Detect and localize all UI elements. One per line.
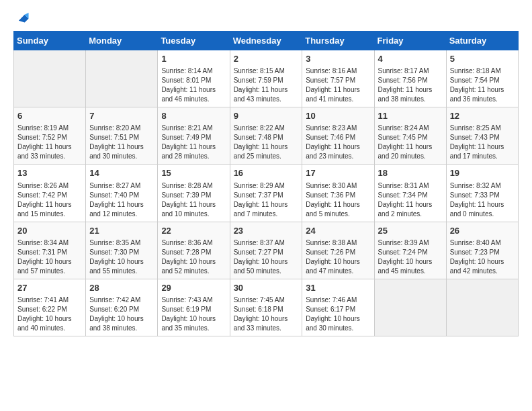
day-info: Sunrise: 8:40 AM Sunset: 7:23 PM Dayligh… bbox=[450, 238, 515, 276]
calendar-cell: 15Sunrise: 8:28 AM Sunset: 7:39 PM Dayli… bbox=[158, 165, 230, 222]
day-number: 13 bbox=[17, 167, 82, 179]
day-info: Sunrise: 8:23 AM Sunset: 7:46 PM Dayligh… bbox=[306, 124, 370, 161]
day-number: 26 bbox=[450, 225, 515, 237]
calendar-week-1: 1Sunrise: 8:14 AM Sunset: 8:01 PM Daylig… bbox=[14, 50, 519, 107]
day-info: Sunrise: 7:41 AM Sunset: 6:22 PM Dayligh… bbox=[17, 295, 82, 333]
day-number: 24 bbox=[306, 225, 370, 237]
day-info: Sunrise: 8:28 AM Sunset: 7:39 PM Dayligh… bbox=[161, 181, 226, 219]
day-info: Sunrise: 8:29 AM Sunset: 7:37 PM Dayligh… bbox=[234, 181, 299, 219]
day-number: 23 bbox=[234, 225, 299, 237]
day-info: Sunrise: 8:18 AM Sunset: 7:54 PM Dayligh… bbox=[450, 66, 515, 104]
calendar-cell: 20Sunrise: 8:34 AM Sunset: 7:31 PM Dayli… bbox=[14, 222, 86, 279]
calendar-cell: 5Sunrise: 8:18 AM Sunset: 7:54 PM Daylig… bbox=[446, 50, 518, 107]
day-header-friday: Friday bbox=[374, 32, 446, 50]
day-info: Sunrise: 8:14 AM Sunset: 8:01 PM Dayligh… bbox=[161, 66, 226, 104]
day-info: Sunrise: 8:25 AM Sunset: 7:43 PM Dayligh… bbox=[450, 124, 515, 161]
day-header-wednesday: Wednesday bbox=[230, 32, 302, 50]
calendar-cell: 2Sunrise: 8:15 AM Sunset: 7:59 PM Daylig… bbox=[230, 50, 302, 107]
day-info: Sunrise: 8:32 AM Sunset: 7:33 PM Dayligh… bbox=[450, 181, 515, 219]
logo bbox=[13, 11, 30, 26]
calendar-cell: 24Sunrise: 8:38 AM Sunset: 7:26 PM Dayli… bbox=[302, 222, 374, 279]
day-number: 7 bbox=[89, 110, 154, 122]
day-info: Sunrise: 7:43 AM Sunset: 6:19 PM Dayligh… bbox=[161, 295, 226, 333]
day-info: Sunrise: 8:17 AM Sunset: 7:56 PM Dayligh… bbox=[378, 66, 443, 104]
day-info: Sunrise: 8:34 AM Sunset: 7:31 PM Dayligh… bbox=[17, 238, 82, 276]
day-number: 25 bbox=[378, 225, 443, 237]
calendar-cell: 9Sunrise: 8:22 AM Sunset: 7:48 PM Daylig… bbox=[230, 107, 302, 165]
day-info: Sunrise: 8:27 AM Sunset: 7:40 PM Dayligh… bbox=[89, 181, 154, 219]
day-number: 17 bbox=[306, 167, 370, 179]
day-number: 21 bbox=[89, 225, 154, 237]
calendar-cell: 21Sunrise: 8:35 AM Sunset: 7:30 PM Dayli… bbox=[86, 222, 158, 279]
day-number: 5 bbox=[450, 53, 515, 65]
day-info: Sunrise: 7:42 AM Sunset: 6:20 PM Dayligh… bbox=[89, 295, 154, 333]
day-info: Sunrise: 8:38 AM Sunset: 7:26 PM Dayligh… bbox=[306, 238, 370, 276]
day-number: 16 bbox=[234, 167, 299, 179]
calendar-cell: 29Sunrise: 7:43 AM Sunset: 6:19 PM Dayli… bbox=[158, 279, 230, 336]
day-number: 12 bbox=[450, 110, 515, 122]
day-header-tuesday: Tuesday bbox=[158, 32, 230, 50]
day-number: 9 bbox=[234, 110, 299, 122]
calendar-week-4: 20Sunrise: 8:34 AM Sunset: 7:31 PM Dayli… bbox=[14, 222, 519, 279]
day-info: Sunrise: 8:36 AM Sunset: 7:28 PM Dayligh… bbox=[161, 238, 226, 276]
day-number: 8 bbox=[161, 110, 226, 122]
day-number: 2 bbox=[234, 53, 299, 65]
calendar-cell: 18Sunrise: 8:31 AM Sunset: 7:34 PM Dayli… bbox=[374, 165, 446, 222]
calendar-cell: 11Sunrise: 8:24 AM Sunset: 7:45 PM Dayli… bbox=[374, 107, 446, 165]
day-info: Sunrise: 8:24 AM Sunset: 7:45 PM Dayligh… bbox=[378, 124, 443, 161]
day-number: 30 bbox=[234, 282, 299, 294]
calendar-cell: 25Sunrise: 8:39 AM Sunset: 7:24 PM Dayli… bbox=[374, 222, 446, 279]
day-info: Sunrise: 8:15 AM Sunset: 7:59 PM Dayligh… bbox=[234, 66, 299, 104]
calendar-week-2: 6Sunrise: 8:19 AM Sunset: 7:52 PM Daylig… bbox=[14, 107, 519, 165]
calendar-week-3: 13Sunrise: 8:26 AM Sunset: 7:42 PM Dayli… bbox=[14, 165, 519, 222]
calendar-cell: 3Sunrise: 8:16 AM Sunset: 7:57 PM Daylig… bbox=[302, 50, 374, 107]
day-info: Sunrise: 8:21 AM Sunset: 7:49 PM Dayligh… bbox=[161, 124, 226, 161]
calendar-cell: 10Sunrise: 8:23 AM Sunset: 7:46 PM Dayli… bbox=[302, 107, 374, 165]
calendar-cell: 19Sunrise: 8:32 AM Sunset: 7:33 PM Dayli… bbox=[446, 165, 518, 222]
calendar-cell: 7Sunrise: 8:20 AM Sunset: 7:51 PM Daylig… bbox=[86, 107, 158, 165]
day-number: 6 bbox=[17, 110, 82, 122]
calendar-cell: 12Sunrise: 8:25 AM Sunset: 7:43 PM Dayli… bbox=[446, 107, 518, 165]
day-header-sunday: Sunday bbox=[14, 32, 86, 50]
day-info: Sunrise: 7:46 AM Sunset: 6:17 PM Dayligh… bbox=[306, 295, 370, 333]
calendar-cell: 16Sunrise: 8:29 AM Sunset: 7:37 PM Dayli… bbox=[230, 165, 302, 222]
day-number: 22 bbox=[161, 225, 226, 237]
day-info: Sunrise: 8:39 AM Sunset: 7:24 PM Dayligh… bbox=[378, 238, 443, 276]
day-info: Sunrise: 8:26 AM Sunset: 7:42 PM Dayligh… bbox=[17, 181, 82, 219]
calendar-cell bbox=[86, 50, 158, 107]
day-header-thursday: Thursday bbox=[302, 32, 374, 50]
day-info: Sunrise: 8:37 AM Sunset: 7:27 PM Dayligh… bbox=[234, 238, 299, 276]
calendar-cell: 17Sunrise: 8:30 AM Sunset: 7:36 PM Dayli… bbox=[302, 165, 374, 222]
page: SundayMondayTuesdayWednesdayThursdayFrid… bbox=[0, 0, 532, 345]
day-info: Sunrise: 7:45 AM Sunset: 6:18 PM Dayligh… bbox=[234, 295, 299, 333]
calendar-week-5: 27Sunrise: 7:41 AM Sunset: 6:22 PM Dayli… bbox=[14, 279, 519, 336]
calendar-cell: 31Sunrise: 7:46 AM Sunset: 6:17 PM Dayli… bbox=[302, 279, 374, 336]
day-number: 27 bbox=[17, 282, 82, 294]
header bbox=[13, 11, 519, 26]
day-number: 1 bbox=[161, 53, 226, 65]
calendar-body: 1Sunrise: 8:14 AM Sunset: 8:01 PM Daylig… bbox=[14, 50, 519, 336]
day-info: Sunrise: 8:30 AM Sunset: 7:36 PM Dayligh… bbox=[306, 181, 370, 219]
calendar-cell bbox=[446, 279, 518, 336]
day-number: 14 bbox=[89, 167, 154, 179]
day-info: Sunrise: 8:35 AM Sunset: 7:30 PM Dayligh… bbox=[89, 238, 154, 276]
day-header-monday: Monday bbox=[86, 32, 158, 50]
day-number: 10 bbox=[306, 110, 370, 122]
calendar-cell: 22Sunrise: 8:36 AM Sunset: 7:28 PM Dayli… bbox=[158, 222, 230, 279]
day-number: 11 bbox=[378, 110, 443, 122]
day-number: 31 bbox=[306, 282, 370, 294]
calendar: SundayMondayTuesdayWednesdayThursdayFrid… bbox=[13, 31, 519, 336]
calendar-header: SundayMondayTuesdayWednesdayThursdayFrid… bbox=[14, 32, 519, 50]
day-info: Sunrise: 8:16 AM Sunset: 7:57 PM Dayligh… bbox=[306, 66, 370, 104]
day-info: Sunrise: 8:20 AM Sunset: 7:51 PM Dayligh… bbox=[89, 124, 154, 161]
day-number: 18 bbox=[378, 167, 443, 179]
calendar-cell: 1Sunrise: 8:14 AM Sunset: 8:01 PM Daylig… bbox=[158, 50, 230, 107]
calendar-cell bbox=[14, 50, 86, 107]
calendar-cell: 27Sunrise: 7:41 AM Sunset: 6:22 PM Dayli… bbox=[14, 279, 86, 336]
day-info: Sunrise: 8:31 AM Sunset: 7:34 PM Dayligh… bbox=[378, 181, 443, 219]
day-number: 20 bbox=[17, 225, 82, 237]
day-number: 4 bbox=[378, 53, 443, 65]
logo-icon bbox=[15, 11, 30, 26]
calendar-cell: 6Sunrise: 8:19 AM Sunset: 7:52 PM Daylig… bbox=[14, 107, 86, 165]
day-number: 28 bbox=[89, 282, 154, 294]
